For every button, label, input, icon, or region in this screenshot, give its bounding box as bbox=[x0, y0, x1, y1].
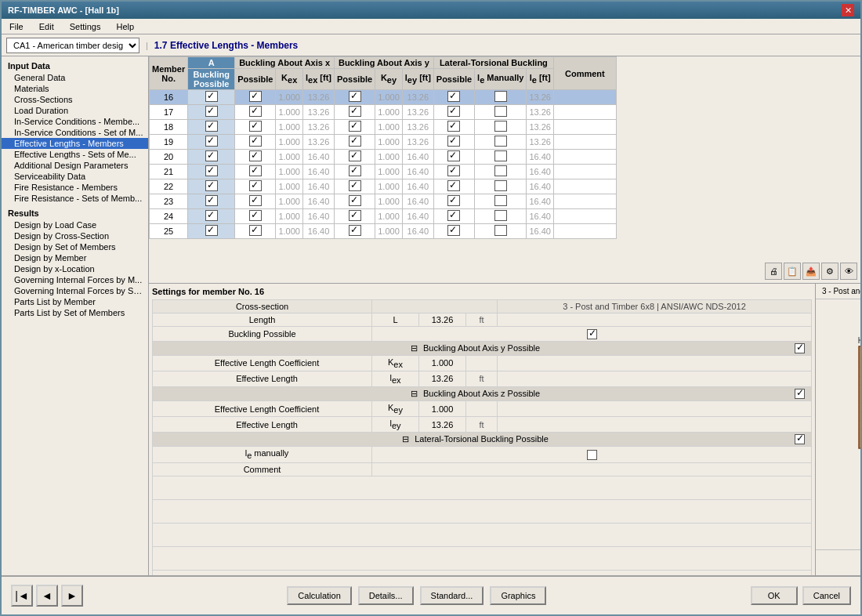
table-cell[interactable] bbox=[335, 135, 375, 150]
table-cell[interactable] bbox=[433, 224, 474, 239]
sidebar-item-effective-lengths-sets[interactable]: Effective Lengths - Sets of Me... bbox=[2, 149, 148, 160]
table-cell[interactable] bbox=[475, 165, 527, 179]
menu-settings[interactable]: Settings bbox=[65, 21, 106, 32]
sidebar-item-fire-resistance-sets[interactable]: Fire Resistance - Sets of Memb... bbox=[2, 193, 148, 204]
sidebar-item-design-member[interactable]: Design by Member bbox=[2, 252, 148, 263]
table-row[interactable]: 251.00016.401.00016.4016.40 bbox=[150, 224, 617, 239]
table-icon-settings[interactable]: ⚙ bbox=[821, 263, 838, 280]
table-cell[interactable] bbox=[475, 194, 527, 209]
sidebar-item-materials[interactable]: Materials bbox=[2, 83, 148, 94]
table-cell[interactable] bbox=[433, 120, 474, 135]
table-cell[interactable] bbox=[188, 165, 235, 179]
table-cell[interactable] bbox=[475, 179, 527, 194]
table-cell[interactable] bbox=[475, 105, 527, 120]
close-button[interactable]: ✕ bbox=[842, 4, 854, 16]
table-cell[interactable] bbox=[188, 150, 235, 165]
sidebar-item-governing-member[interactable]: Governing Internal Forces by M... bbox=[2, 274, 148, 285]
table-cell[interactable] bbox=[235, 90, 276, 105]
menu-help[interactable]: Help bbox=[111, 21, 139, 32]
table-cell[interactable] bbox=[335, 150, 375, 165]
sidebar-item-design-set-members[interactable]: Design by Set of Members bbox=[2, 241, 148, 252]
sidebar-item-cross-sections[interactable]: Cross-Sections bbox=[2, 94, 148, 105]
table-cell[interactable] bbox=[433, 90, 474, 105]
table-cell[interactable] bbox=[188, 194, 235, 209]
standard-btn[interactable]: Standard... bbox=[420, 586, 484, 605]
table-cell[interactable] bbox=[335, 120, 375, 135]
sidebar-item-load-duration[interactable]: Load Duration bbox=[2, 105, 148, 116]
axis-z-collapse[interactable]: ⊟ bbox=[411, 389, 418, 398]
table-cell[interactable] bbox=[335, 209, 375, 224]
table-cell[interactable] bbox=[188, 105, 235, 120]
menu-edit[interactable]: Edit bbox=[34, 21, 59, 32]
ok-btn[interactable]: OK bbox=[751, 586, 798, 605]
table-row[interactable]: 211.00016.401.00016.4016.40 bbox=[150, 165, 617, 179]
table-cell[interactable] bbox=[235, 194, 276, 209]
table-cell[interactable] bbox=[475, 209, 527, 224]
table-icon-view[interactable]: 👁 bbox=[840, 263, 857, 280]
check-buckling[interactable] bbox=[587, 329, 597, 339]
sidebar-item-design-load-case[interactable]: Design by Load Case bbox=[2, 219, 148, 230]
table-scroll[interactable]: MemberNo. A Buckling About Axis x Buckli… bbox=[149, 56, 860, 283]
details-btn[interactable]: Details... bbox=[358, 586, 414, 605]
sidebar-item-design-x-location[interactable]: Design by x-Location bbox=[2, 263, 148, 274]
sidebar-item-general-data[interactable]: General Data bbox=[2, 72, 148, 83]
table-cell[interactable] bbox=[188, 179, 235, 194]
table-cell[interactable] bbox=[335, 165, 375, 179]
table-row[interactable]: 191.00013.261.00013.2613.26 bbox=[150, 135, 617, 150]
table-cell[interactable] bbox=[433, 135, 474, 150]
cancel-btn[interactable]: Cancel bbox=[802, 586, 851, 605]
table-cell[interactable] bbox=[433, 179, 474, 194]
table-cell[interactable] bbox=[188, 120, 235, 135]
nav-first-btn[interactable]: |◄ bbox=[11, 585, 33, 607]
table-row[interactable]: 201.00016.401.00016.4016.40 bbox=[150, 150, 617, 165]
sidebar-item-parts-list-member[interactable]: Parts List by Member bbox=[2, 296, 148, 307]
sidebar-item-inservice-members[interactable]: In-Service Conditions - Membe... bbox=[2, 116, 148, 127]
table-cell[interactable] bbox=[475, 90, 527, 105]
table-cell[interactable] bbox=[235, 105, 276, 120]
table-row[interactable]: 241.00016.401.00016.4016.40 bbox=[150, 209, 617, 224]
graphics-btn[interactable]: Graphics bbox=[490, 586, 546, 605]
table-cell[interactable] bbox=[335, 224, 375, 239]
nav-prev-btn[interactable]: ◄ bbox=[36, 585, 58, 607]
table-cell[interactable] bbox=[235, 150, 276, 165]
axis-y-collapse[interactable]: ⊟ bbox=[411, 343, 418, 353]
table-cell[interactable] bbox=[475, 120, 527, 135]
table-cell[interactable] bbox=[235, 224, 276, 239]
design-combo[interactable]: CA1 - American timber design bbox=[6, 38, 139, 53]
menu-file[interactable]: File bbox=[5, 21, 28, 32]
sidebar-item-serviceability[interactable]: Serviceability Data bbox=[2, 171, 148, 182]
sidebar-item-effective-lengths-members[interactable]: Effective Lengths - Members bbox=[2, 138, 148, 149]
table-cell[interactable] bbox=[335, 194, 375, 209]
table-icon-copy[interactable]: 📋 bbox=[784, 263, 801, 280]
table-cell[interactable] bbox=[235, 209, 276, 224]
table-cell[interactable] bbox=[188, 90, 235, 105]
sidebar-item-fire-resistance-members[interactable]: Fire Resistance - Members bbox=[2, 182, 148, 193]
table-cell[interactable] bbox=[475, 150, 527, 165]
table-row[interactable]: 231.00016.401.00016.4016.40 bbox=[150, 194, 617, 209]
table-cell[interactable] bbox=[235, 135, 276, 150]
table-row[interactable]: 221.00016.401.00016.4016.40 bbox=[150, 179, 617, 194]
check-le-manually[interactable] bbox=[587, 450, 597, 460]
table-row[interactable]: 181.00013.261.00013.2613.26 bbox=[150, 120, 617, 135]
table-cell[interactable] bbox=[335, 179, 375, 194]
table-cell[interactable] bbox=[475, 135, 527, 150]
sidebar-item-governing-set[interactable]: Governing Internal Forces by Se... bbox=[2, 285, 148, 296]
table-cell[interactable] bbox=[188, 135, 235, 150]
table-cell[interactable] bbox=[235, 165, 276, 179]
table-icon-print[interactable]: 🖨 bbox=[765, 263, 782, 280]
calculation-btn[interactable]: Calculation bbox=[287, 586, 351, 605]
table-icon-export[interactable]: 📤 bbox=[802, 263, 820, 280]
table-cell[interactable] bbox=[188, 209, 235, 224]
sidebar-item-parts-list-set[interactable]: Parts List by Set of Members bbox=[2, 307, 148, 318]
table-cell[interactable] bbox=[433, 194, 474, 209]
table-cell[interactable] bbox=[188, 224, 235, 239]
table-cell[interactable] bbox=[433, 105, 474, 120]
table-row[interactable]: 161.00013.261.00013.2613.26 bbox=[150, 90, 617, 105]
table-cell[interactable] bbox=[433, 150, 474, 165]
sidebar-item-additional-design[interactable]: Additional Design Parameters bbox=[2, 160, 148, 171]
table-cell[interactable] bbox=[475, 224, 527, 239]
sidebar-item-design-cross-section[interactable]: Design by Cross-Section bbox=[2, 230, 148, 241]
check-axis-z[interactable] bbox=[795, 389, 805, 399]
table-cell[interactable] bbox=[433, 209, 474, 224]
table-cell[interactable] bbox=[235, 120, 276, 135]
